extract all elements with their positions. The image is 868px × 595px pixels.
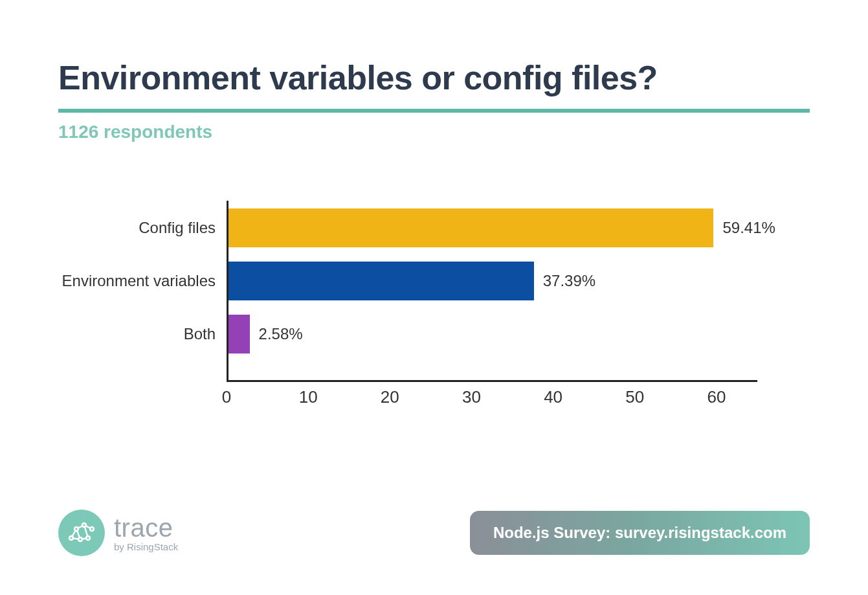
x-tick-label: 40 [544, 387, 562, 407]
svg-point-18 [87, 537, 89, 539]
chart-title: Environment variables or config files? [58, 58, 810, 97]
trace-logo-icon [58, 510, 105, 556]
x-tick-label: 0 [222, 387, 231, 407]
bar [228, 262, 534, 300]
bar-row: Both2.58% [228, 315, 303, 354]
trace-logo-text: trace [114, 515, 178, 541]
svg-point-16 [91, 528, 93, 530]
title-rule [58, 109, 810, 113]
bar-value-label: 59.41% [722, 219, 775, 237]
category-label: Environment variables [62, 272, 228, 290]
x-tick-label: 60 [707, 387, 726, 407]
bar [228, 315, 250, 354]
svg-point-14 [75, 528, 77, 530]
svg-point-13 [70, 537, 72, 539]
x-tick-label: 20 [381, 387, 399, 407]
bar-row: Config files59.41% [228, 208, 775, 247]
bar-row: Environment variables37.39% [228, 262, 595, 300]
x-tick-label: 50 [625, 387, 644, 407]
x-tick-label: 30 [462, 387, 481, 407]
bar-value-label: 2.58% [259, 325, 303, 343]
x-tick-label: 10 [299, 387, 318, 407]
respondents-count: 1126 respondents [58, 122, 810, 142]
svg-point-17 [79, 538, 81, 540]
trace-logo: trace by RisingStack [58, 510, 178, 556]
category-label: Both [184, 325, 228, 343]
bar-chart: Config files59.41%Environment variables3… [227, 201, 757, 408]
footer: trace by RisingStack Node.js Survey: sur… [58, 510, 810, 556]
bar [228, 208, 713, 247]
category-label: Config files [139, 219, 228, 237]
survey-badge: Node.js Survey: survey.risingstack.com [470, 511, 810, 555]
bar-value-label: 37.39% [543, 272, 595, 290]
svg-point-15 [83, 524, 85, 526]
trace-logo-byline: by RisingStack [114, 542, 178, 552]
